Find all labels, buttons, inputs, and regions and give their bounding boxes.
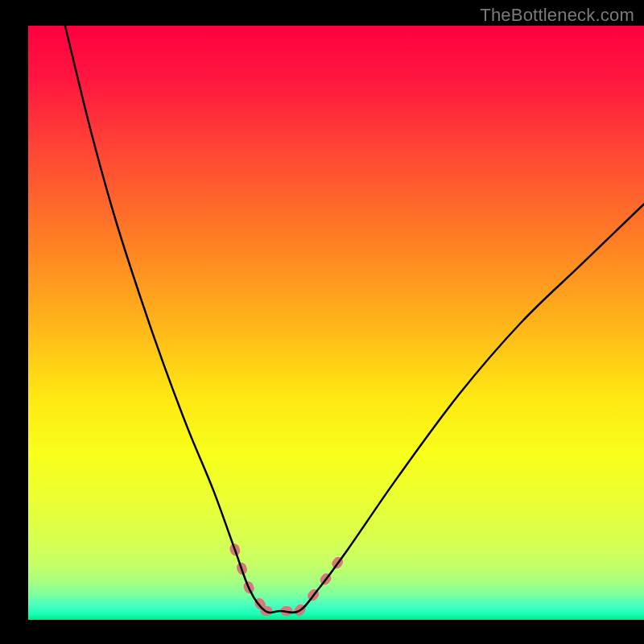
bottleneck-chart: [0, 0, 644, 644]
chart-stage: TheBottleneck.com: [0, 0, 644, 644]
plot-background: [28, 26, 644, 620]
watermark-text: TheBottleneck.com: [480, 5, 634, 26]
